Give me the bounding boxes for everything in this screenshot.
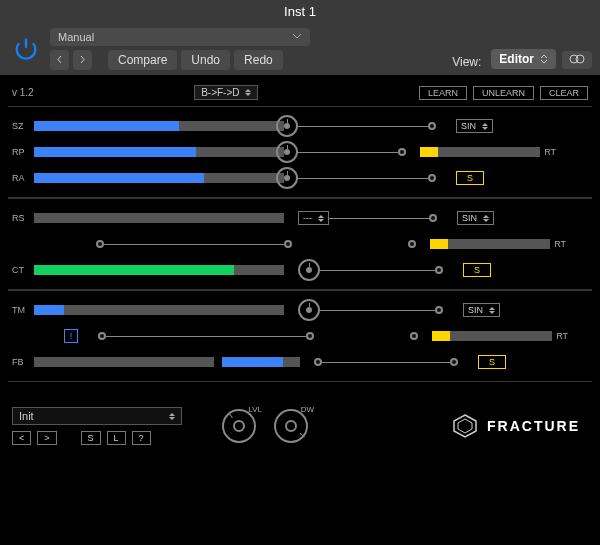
lfo1-rate-slider[interactable] — [420, 147, 540, 157]
chevron-right-icon — [79, 55, 86, 64]
stepper-icon — [482, 123, 488, 130]
routing-node — [435, 306, 443, 314]
preset-save-button[interactable]: S — [81, 431, 101, 445]
time-label: TM — [8, 305, 34, 315]
svg-point-1 — [576, 55, 584, 63]
routing-select[interactable]: B->F->D — [194, 85, 258, 100]
segment-select[interactable]: --- — [298, 211, 329, 225]
stepper-icon — [483, 215, 489, 222]
svg-marker-3 — [458, 419, 472, 433]
window-title: Inst 1 — [0, 0, 600, 23]
next-preset-button[interactable] — [73, 50, 92, 70]
link-channels-button[interactable] — [562, 51, 592, 69]
stepper-icon — [169, 413, 175, 420]
lfo3-sync-button[interactable]: S — [478, 355, 506, 369]
cutoff-slider[interactable] — [34, 265, 284, 275]
routing-node — [306, 332, 314, 340]
view-value: Editor — [499, 52, 534, 66]
lfo3-rate-slider[interactable] — [432, 331, 552, 341]
plugin-topbar: v 1.2 B->F->D LEARN UNLEARN CLEAR — [8, 83, 592, 106]
lfo-wave-value: SIN — [462, 213, 477, 223]
preset-buttons: < > S L ? — [12, 431, 182, 445]
segment-value: --- — [303, 213, 312, 223]
routing-node — [96, 240, 104, 248]
size-slider[interactable] — [34, 121, 204, 131]
brand-logo-icon — [451, 412, 479, 440]
preset-next-button[interactable]: > — [37, 431, 56, 445]
routing-node — [314, 358, 322, 366]
time-slider[interactable] — [34, 305, 284, 315]
stepper-icon — [540, 54, 548, 64]
lfo-wave-value: SIN — [468, 305, 483, 315]
preset-name-select[interactable]: Init — [12, 407, 182, 425]
repeat-label: RP — [8, 147, 34, 157]
preset-help-button[interactable]: ? — [132, 431, 151, 445]
routing-node — [410, 332, 418, 340]
preset-name: Init — [19, 410, 34, 422]
feedback-slider-left[interactable] — [34, 357, 214, 367]
rate-label: RT — [550, 239, 570, 249]
version-label: v 1.2 — [12, 87, 34, 98]
lfo1-wave-select[interactable]: SIN — [456, 119, 493, 133]
toolbar-center: Manual Compare Undo Redo — [50, 28, 446, 70]
size-label: SZ — [8, 121, 34, 131]
lfo-wave-value: SIN — [461, 121, 476, 131]
output-knobs: LVL DW — [222, 409, 308, 443]
routing-value: B->F->D — [201, 87, 239, 98]
routing-node — [435, 266, 443, 274]
host-toolbar: Manual Compare Undo Redo View: Editor — [0, 23, 600, 75]
lfo2-wave-select[interactable]: SIN — [457, 211, 494, 225]
routing-node — [284, 240, 292, 248]
rate-label: RT — [540, 147, 560, 157]
midi-learn-button[interactable]: LEARN — [419, 86, 467, 100]
preset-load-button[interactable]: L — [107, 431, 126, 445]
time-mod-knob[interactable] — [298, 299, 320, 321]
level-knob-group: LVL — [222, 409, 256, 443]
lfo2-rate-slider[interactable] — [430, 239, 550, 249]
lfo2-sync-button[interactable]: S — [463, 263, 491, 277]
routing-node — [428, 174, 436, 182]
lfo3-wave-select[interactable]: SIN — [463, 303, 500, 317]
stepper-icon — [245, 89, 251, 96]
toolbar-buttons-row: Compare Undo Redo — [50, 50, 446, 70]
routing-node — [450, 358, 458, 366]
size-mod-knob[interactable] — [276, 115, 298, 137]
prev-preset-button[interactable] — [50, 50, 69, 70]
ratio-label: RA — [8, 173, 34, 183]
sections: SZ SIN RP — [8, 106, 592, 382]
power-button[interactable] — [8, 31, 44, 67]
repeat-slider[interactable] — [34, 147, 204, 157]
preset-block: Init < > S L ? — [12, 407, 182, 445]
feedback-slider-right[interactable] — [222, 357, 300, 367]
delay-alert-button[interactable]: ! — [64, 329, 78, 343]
ratio-slider[interactable] — [34, 173, 204, 183]
preset-mode-select[interactable]: Manual — [50, 28, 310, 46]
midi-unlearn-button[interactable]: UNLEARN — [473, 86, 534, 100]
stepper-icon — [318, 215, 324, 222]
repeat-mod-knob[interactable] — [276, 141, 298, 163]
view-select[interactable]: Editor — [491, 49, 556, 69]
resonance-slider[interactable] — [34, 213, 284, 223]
redo-button[interactable]: Redo — [234, 50, 283, 70]
chevron-left-icon — [56, 55, 63, 64]
cutoff-mod-knob[interactable] — [298, 259, 320, 281]
resonance-label: RS — [8, 213, 34, 223]
midi-clear-button[interactable]: CLEAR — [540, 86, 588, 100]
routing-node — [398, 148, 406, 156]
undo-button[interactable]: Undo — [181, 50, 230, 70]
brand-name: FRACTURE — [487, 418, 580, 434]
routing-node — [98, 332, 106, 340]
drywet-knob[interactable] — [274, 409, 308, 443]
link-icon — [568, 53, 586, 65]
routing-node — [408, 240, 416, 248]
ratio-mod-knob[interactable] — [276, 167, 298, 189]
svg-marker-2 — [454, 415, 476, 437]
compare-button[interactable]: Compare — [108, 50, 177, 70]
preset-mode-label: Manual — [58, 31, 94, 43]
delay-section: TM SIN ! — [8, 290, 592, 382]
preset-prev-button[interactable]: < — [12, 431, 31, 445]
brand: FRACTURE — [451, 412, 588, 440]
routing-node — [429, 214, 437, 222]
lfo1-sync-button[interactable]: S — [456, 171, 484, 185]
level-knob[interactable] — [222, 409, 256, 443]
